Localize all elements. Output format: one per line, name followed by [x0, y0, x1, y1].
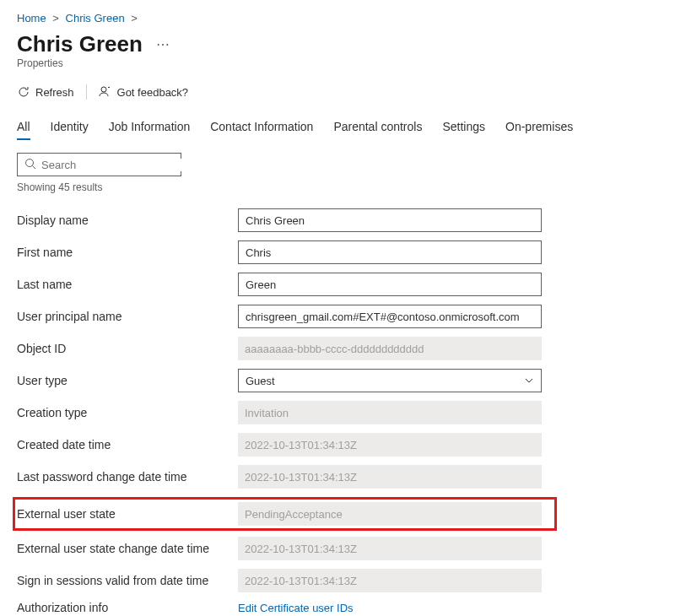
tabs: All Identity Job Information Contact Inf… — [17, 115, 658, 141]
value-created: 2022-10-13T01:34:13Z — [238, 433, 542, 457]
feedback-button[interactable]: Got feedback? — [99, 85, 189, 99]
row-upn: User principal name — [17, 305, 658, 328]
select-user-type-value: Guest — [246, 375, 275, 387]
row-display-name: Display name — [17, 208, 658, 232]
value-creation-type: Invitation — [238, 401, 542, 424]
input-last-name[interactable] — [238, 273, 542, 296]
search-row — [17, 153, 658, 176]
highlight-external-user-state: External user state PendingAcceptance — [13, 497, 557, 531]
row-object-id: Object ID aaaaaaaa-bbbb-cccc-ddddddddddd… — [17, 337, 658, 360]
value-object-id: aaaaaaaa-bbbb-cccc-dddddddddddd — [238, 337, 542, 360]
tab-identity[interactable]: Identity — [51, 115, 89, 140]
row-user-type: User type Guest — [17, 369, 658, 392]
value-signin-valid: 2022-10-13T01:34:13Z — [238, 569, 542, 592]
breadcrumb: Home > Chris Green > — [17, 12, 658, 24]
breadcrumb-user[interactable]: Chris Green — [66, 12, 125, 24]
row-auth-info: Authorization info Edit Certificate user… — [17, 601, 658, 614]
label-object-id: Object ID — [17, 342, 238, 355]
row-created: Created date time 2022-10-13T01:34:13Z — [17, 433, 658, 457]
tab-on-premises[interactable]: On-premises — [505, 115, 573, 140]
svg-line-2 — [33, 165, 36, 169]
search-box[interactable] — [17, 153, 181, 176]
label-pwd-change: Last password change date time — [17, 470, 238, 484]
row-ext-state: External user state PendingAcceptance — [17, 502, 554, 526]
value-ext-state-change: 2022-10-13T01:34:13Z — [238, 537, 542, 560]
tab-settings[interactable]: Settings — [442, 115, 485, 140]
more-actions-button[interactable]: ⋯ — [153, 33, 173, 56]
value-ext-state: PendingAcceptance — [238, 502, 542, 526]
value-pwd-change: 2022-10-13T01:34:13Z — [238, 465, 542, 489]
refresh-button[interactable]: Refresh — [17, 85, 74, 99]
row-pwd-change: Last password change date time 2022-10-1… — [17, 465, 658, 489]
refresh-icon — [17, 85, 30, 99]
label-ext-state-change: External user state change date time — [17, 542, 238, 555]
refresh-label: Refresh — [35, 86, 74, 99]
input-first-name[interactable] — [238, 240, 542, 264]
svg-point-1 — [26, 159, 34, 166]
properties-list: Display name First name Last name User p… — [17, 208, 658, 616]
label-upn: User principal name — [17, 310, 238, 323]
page-title: Chris Green — [17, 31, 143, 57]
search-icon — [24, 158, 36, 172]
results-count: Showing 45 results — [17, 181, 658, 193]
feedback-icon — [99, 85, 112, 99]
label-signin-valid: Sign in sessions valid from date time — [17, 574, 238, 587]
breadcrumb-sep-1: > — [52, 12, 59, 24]
label-display-name: Display name — [17, 213, 238, 227]
row-creation-type: Creation type Invitation — [17, 401, 658, 424]
row-ext-state-change: External user state change date time 202… — [17, 537, 658, 560]
row-signin-valid: Sign in sessions valid from date time 20… — [17, 569, 658, 592]
search-input[interactable] — [41, 159, 183, 171]
link-auth-info[interactable]: Edit Certificate user IDs — [238, 602, 354, 614]
select-user-type[interactable]: Guest — [238, 369, 542, 392]
tab-all[interactable]: All — [17, 115, 30, 140]
tab-parental-controls[interactable]: Parental controls — [333, 115, 422, 140]
breadcrumb-home[interactable]: Home — [17, 12, 46, 24]
row-first-name: First name — [17, 240, 658, 264]
svg-point-0 — [101, 87, 106, 92]
command-separator — [86, 84, 87, 100]
label-last-name: Last name — [17, 278, 238, 291]
command-bar: Refresh Got feedback? — [17, 84, 658, 100]
input-upn[interactable] — [238, 305, 542, 328]
label-user-type: User type — [17, 374, 238, 387]
chevron-down-icon — [524, 376, 534, 386]
label-ext-state: External user state — [17, 507, 238, 521]
page-subtitle: Properties — [17, 57, 658, 69]
tab-job-information[interactable]: Job Information — [109, 115, 191, 140]
label-first-name: First name — [17, 246, 238, 259]
label-auth-info: Authorization info — [17, 601, 238, 614]
feedback-label: Got feedback? — [117, 86, 189, 99]
tab-contact-information[interactable]: Contact Information — [210, 115, 313, 140]
breadcrumb-sep-2: > — [131, 12, 138, 24]
row-last-name: Last name — [17, 273, 658, 296]
label-created: Created date time — [17, 438, 238, 451]
label-creation-type: Creation type — [17, 406, 238, 419]
input-display-name[interactable] — [238, 208, 542, 232]
